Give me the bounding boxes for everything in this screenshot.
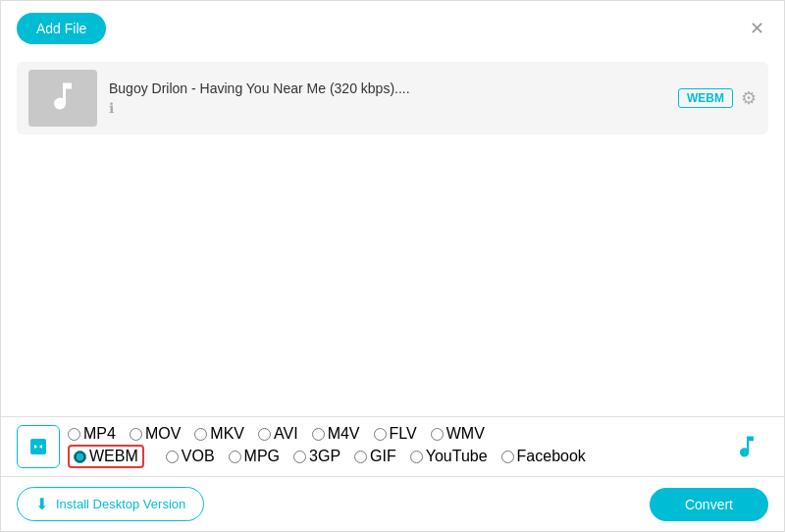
file-info: Bugoy Drilon - Having You Near Me (320 k… — [109, 80, 666, 117]
format-webm[interactable]: WEBM — [68, 445, 144, 468]
format-vob[interactable]: VOB — [166, 448, 215, 465]
format-mp4[interactable]: MP4 — [68, 425, 116, 443]
settings-icon[interactable]: ⚙ — [741, 87, 757, 109]
format-mpg[interactable]: MPG — [229, 448, 280, 465]
file-name: Bugoy Drilon - Having You Near Me (320 k… — [109, 80, 666, 96]
format-avi[interactable]: AVI — [258, 425, 298, 443]
format-m4v[interactable]: M4V — [312, 425, 360, 443]
format-3gp[interactable]: 3GP — [293, 448, 340, 465]
format-options: MP4 MOV MKV AVI M4V — [68, 425, 717, 468]
format-youtube[interactable]: YouTube — [410, 448, 488, 465]
music-icon — [45, 79, 80, 118]
format-gif[interactable]: GIF — [354, 448, 396, 465]
audio-format-tab[interactable] — [725, 425, 768, 468]
format-row-2: WEBM VOB MPG 3GP GIF — [68, 445, 717, 468]
download-icon: ⬇ — [35, 495, 48, 513]
format-badge[interactable]: WEBM — [678, 88, 733, 108]
install-desktop-button[interactable]: ⬇ Install Desktop Version — [17, 487, 204, 521]
file-list: Bugoy Drilon - Having You Near Me (320 k… — [1, 52, 784, 144]
format-wmv[interactable]: WMV — [431, 425, 485, 443]
action-bar: ⬇ Install Desktop Version Convert — [1, 477, 784, 531]
format-flv[interactable]: FLV — [374, 425, 417, 443]
format-row-1: MP4 MOV MKV AVI M4V — [68, 425, 717, 443]
file-actions: WEBM ⚙ — [678, 87, 757, 109]
add-file-button[interactable]: Add File — [17, 13, 106, 44]
install-label: Install Desktop Version — [56, 497, 185, 511]
file-item: Bugoy Drilon - Having You Near Me (320 k… — [17, 62, 768, 134]
close-button[interactable]: ✕ — [746, 16, 768, 41]
bottom-panel: MP4 MOV MKV AVI M4V — [1, 416, 784, 531]
format-section: MP4 MOV MKV AVI M4V — [1, 417, 784, 477]
main-content — [1, 144, 784, 380]
format-mov[interactable]: MOV — [130, 425, 181, 443]
file-thumbnail — [28, 70, 97, 127]
header: Add File ✕ — [1, 1, 784, 52]
info-icon[interactable]: ℹ — [109, 100, 114, 116]
format-facebook[interactable]: Facebook — [501, 448, 586, 465]
format-mkv[interactable]: MKV — [194, 425, 244, 443]
convert-button[interactable]: Convert — [650, 488, 768, 521]
video-format-icon[interactable] — [17, 425, 60, 468]
